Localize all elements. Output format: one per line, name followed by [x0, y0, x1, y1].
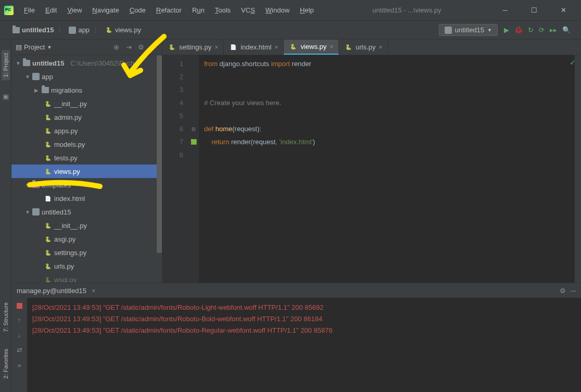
tree-root-path: C:\Users\30452\Pych	[70, 59, 134, 67]
python-icon: 🐍	[289, 43, 297, 51]
menu-code[interactable]: Code	[125, 4, 150, 16]
tree-admin[interactable]: 🐍 admin.py	[11, 110, 162, 124]
menu-refactor[interactable]: Refactor	[152, 4, 186, 16]
folder-icon	[23, 60, 30, 66]
tree-init[interactable]: 🐍 __init__.py	[11, 97, 162, 110]
menu-view[interactable]: View	[63, 4, 86, 16]
hide-icon[interactable]: ─	[571, 287, 576, 295]
tree-apps[interactable]: 🐍 apps.py	[11, 124, 162, 137]
tab-settings[interactable]: 🐍 settings.py ×	[162, 40, 224, 55]
menu-file[interactable]: File	[20, 4, 39, 16]
chevron-down-icon[interactable]: ▼	[47, 45, 52, 50]
titlebar: File Edit View Navigate Code Refactor Ru…	[0, 0, 581, 21]
menu-tools[interactable]: Tools	[211, 4, 235, 16]
tree-file-label: index.html	[54, 195, 85, 203]
tree-templates[interactable]: ▼ templates	[11, 178, 162, 192]
gear-icon[interactable]: ⚙	[560, 287, 566, 295]
python-icon: 🐍	[44, 248, 52, 257]
run-config-selector[interactable]: untitled15 ▼	[439, 24, 498, 36]
breadcrumb-folder[interactable]: app	[67, 25, 92, 35]
tree-root-label: untitled15	[32, 59, 64, 67]
hide-icon[interactable]: ─	[149, 43, 158, 52]
tool-favorites[interactable]: 2: Favorites	[2, 346, 10, 382]
python-icon: 🐍	[105, 26, 113, 34]
terminal-controls: ↑ ↓ ⇄ »	[11, 298, 27, 392]
minimize-button[interactable]: ─	[496, 3, 514, 18]
tree-file-label: apps.py	[54, 127, 78, 135]
scroll-down-icon[interactable]: ↓	[18, 331, 21, 339]
python-icon: 🐍	[44, 154, 52, 162]
tree-tests[interactable]: 🐍 tests.py	[11, 151, 162, 165]
python-icon: 🐍	[344, 43, 352, 52]
tool-project[interactable]: 1: Project	[2, 50, 10, 80]
tree-asgi[interactable]: 🐍 asgi.py	[11, 232, 162, 246]
breadcrumb-file[interactable]: 🐍views.py	[103, 25, 143, 35]
close-icon[interactable]: ×	[214, 44, 218, 51]
locate-icon[interactable]: ⊕	[112, 43, 120, 52]
python-icon: 🐍	[44, 221, 52, 230]
wrap-icon[interactable]: ⇄	[17, 346, 22, 354]
chevron-down-icon: ▼	[487, 28, 492, 33]
template-icon[interactable]: 🟩	[191, 139, 197, 145]
stop-button[interactable]	[17, 303, 22, 309]
tree-settings[interactable]: 🐍 settings.py	[11, 246, 162, 259]
run-more-button[interactable]: ▸▸	[550, 26, 557, 34]
terminal-body: ↑ ↓ ⇄ » [28/Oct/2021 13:49:53] "GET /sta…	[11, 298, 581, 392]
folder-mini-icon: ▣	[3, 93, 9, 100]
menu-help[interactable]: Help	[296, 4, 318, 16]
tree-project-dir[interactable]: ▼ untitled15	[11, 205, 162, 219]
menu-run[interactable]: Run	[188, 4, 209, 16]
tool-structure[interactable]: 7: Structure	[2, 299, 10, 335]
close-icon[interactable]: ×	[92, 287, 96, 295]
terminal-header: manage.py@untitled15 × ⚙ ─	[11, 283, 581, 298]
tab-views[interactable]: 🐍 views.py ×	[284, 40, 339, 55]
menu-vcs[interactable]: VCS	[237, 4, 259, 16]
tree-root[interactable]: ▼ untitled15 C:\Users\30452\Pych	[11, 56, 162, 70]
python-icon: 🐍	[44, 99, 52, 108]
tree-app-label: app	[42, 73, 53, 81]
run-button[interactable]: ▶	[504, 26, 509, 34]
fold-icon[interactable]: ⊟	[192, 127, 196, 132]
maximize-button[interactable]: ☐	[525, 3, 544, 18]
panel-title-label: Project	[24, 43, 45, 51]
tree-file-label: urls.py	[54, 262, 74, 270]
line-number: 7	[162, 135, 183, 148]
menu-edit[interactable]: Edit	[41, 4, 61, 16]
django-icon	[32, 73, 40, 80]
folder-icon	[12, 27, 20, 33]
more-icon[interactable]: »	[17, 361, 21, 369]
tree-urls[interactable]: 🐍 urls.py	[11, 259, 162, 273]
tree-views[interactable]: 🐍 views.py	[11, 165, 162, 178]
run-config-label: untitled15	[455, 26, 484, 34]
breadcrumb-root[interactable]: untitled15	[10, 25, 56, 35]
scroll-up-icon[interactable]: ↑	[18, 316, 21, 324]
tab-index[interactable]: 📄 index.html ×	[224, 40, 284, 55]
tree-file-label: settings.py	[54, 249, 86, 257]
tab-urls[interactable]: 🐍 urls.py ×	[339, 40, 388, 55]
tree-index-html[interactable]: 📄 index.html	[11, 192, 162, 205]
breadcrumbs: untitled15 〉 app 〉 🐍views.py	[10, 25, 143, 35]
tree-file-label: views.py	[54, 168, 80, 175]
tree-file-label: asgi.py	[54, 235, 75, 243]
django-icon	[69, 27, 76, 34]
close-icon[interactable]: ×	[274, 44, 278, 51]
settings-icon[interactable]: ⚙	[137, 43, 145, 52]
html-icon: 📄	[229, 43, 237, 52]
menu-window[interactable]: Window	[261, 4, 294, 16]
tree-init2[interactable]: 🐍 __init__.py	[11, 219, 162, 232]
run-coverage-button[interactable]: ↻	[528, 26, 534, 34]
python-icon: 🐍	[44, 127, 52, 135]
menu-navigate[interactable]: Navigate	[88, 4, 123, 16]
tree-app[interactable]: ▼ app	[11, 70, 162, 83]
tree-migrations[interactable]: ▶ migrations	[11, 83, 162, 97]
collapse-icon[interactable]: ⇥	[124, 43, 133, 52]
tree-models[interactable]: 🐍 models.py	[11, 137, 162, 151]
close-icon[interactable]: ×	[379, 44, 383, 51]
search-button[interactable]: 🔍	[562, 26, 571, 34]
terminal-output[interactable]: [28/Oct/2021 13:49:53] "GET /static/admi…	[27, 298, 581, 392]
close-button[interactable]: ✕	[554, 3, 573, 18]
profile-button[interactable]: ⟳	[539, 26, 545, 34]
breadcrumb-folder-label: app	[78, 26, 90, 34]
debug-button[interactable]: 🐞	[514, 26, 523, 34]
close-icon[interactable]: ×	[330, 43, 333, 50]
